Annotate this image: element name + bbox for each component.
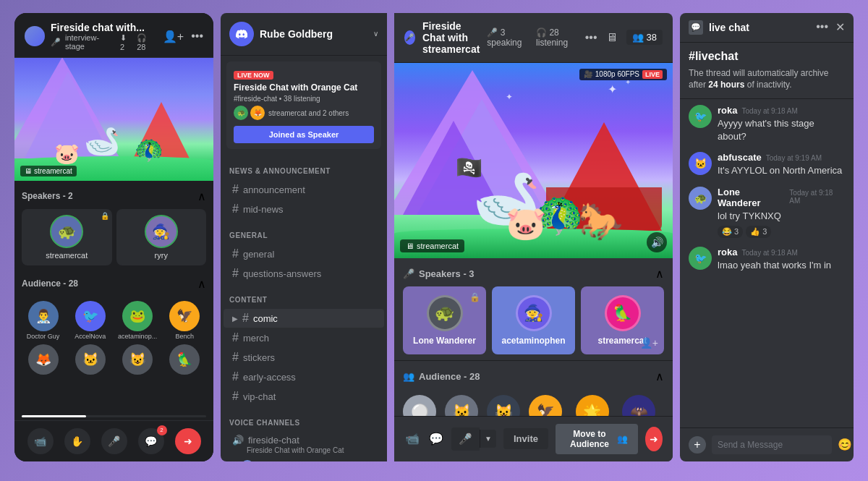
discord-sidebar: Rube Goldberg ∨ LIVE NOW Fireside Chat w… [221,13,387,461]
speaker-card-acetaminophen: 🧙 acetaminophen [492,286,575,354]
audience-berseker: 😺 Berseker [487,395,520,416]
channel-announcement[interactable]: # announcement [224,180,384,199]
more-options-icon[interactable]: ••• [585,31,597,44]
chat-header-icons: ••• ✕ [816,20,845,34]
sidebar-server-header: Rube Goldberg ∨ [221,13,387,56]
chat-input-plus-btn[interactable]: + [689,436,706,454]
video-control-btn[interactable]: 📹 [27,428,54,454]
hand-control-btn[interactable]: ✋ [64,428,90,454]
channel-stickers[interactable]: # stickers [224,348,384,367]
video-bottom-label: 🖥 streamercat [400,239,464,252]
chat-toggle-btn[interactable]: 💬 [428,427,445,451]
game-character-small: 🐷 [54,142,80,166]
mobile-channel-info: 🎤 interview-stage ⬇ 2 🎧 28 [51,33,157,51]
speaking-count: 🎤 3 speaking [487,27,527,48]
leave-stage-btn[interactable]: ➜ [645,427,663,451]
channel-vip-chat[interactable]: # vip-chat [224,387,384,406]
mic-control-btn[interactable]: 🎤 [101,428,127,454]
channel-merch[interactable]: # merch [224,328,384,347]
chat-avatar-roka: 🐦 [689,105,712,128]
speaker-avatar-acetaminophen: 🧙 [516,295,552,331]
audience-member: 👨‍⚕️ Doctor Guy [22,301,64,340]
audience-collapse-icon[interactable]: ∧ [197,277,206,291]
mobile-speaker-card-2: 🧙 ryry [116,209,207,265]
progress-bar [22,415,86,417]
channel-mid-news[interactable]: # mid-news [224,200,384,218]
progress-bar-container [22,415,206,417]
chat-timestamp-lone: Today at 9:18 AM [789,189,845,205]
more-options-icon[interactable]: ••• [191,30,203,43]
expand-icon[interactable]: ∨ [373,30,378,38]
chat-header-icon: 💬 [689,20,703,35]
chat-input-field[interactable] [712,435,832,454]
mobile-speakers-title: Speakers - 2 [22,191,73,201]
speaker-card-streamercat: 🦜 streamercat 👤+ [581,286,664,354]
mobile-speaker-card: 🔒 🐢 streamercat [22,209,112,265]
chat-more-options-icon[interactable]: ••• [816,20,828,34]
reaction-laugh[interactable]: 😂 3 [718,226,743,238]
chat-username-lone: Lone Wanderer [718,187,785,208]
channel-questions[interactable]: # questions-answers [224,264,384,283]
voice-channel-fireside[interactable]: 🔊 fireside-chat Fireside Chat with Orang… [224,432,384,457]
voice-member-lone-wanderer[interactable]: 🐢 Lone Wanderer [221,458,387,461]
audience-section: 👥 Audience - 28 ∧ ⚪ Artemis 🐱 BBDN 😺 Ber… [394,361,673,416]
join-as-speaker-btn[interactable]: Joined as Speaker [234,126,374,143]
audience-member: 🦊 [22,344,64,376]
category-news: NEWS & ANNOUNCEMENT [221,155,387,179]
reaction-row: 😂 3 👍 3 [718,226,845,238]
chat-timestamp: Today at 9:18 AM [741,107,797,115]
speaker-name-lone-wanderer: Lone Wanderer [413,336,476,346]
audience-member: 🐱 [69,344,111,376]
stage-icon: 🎤 [404,30,415,45]
speaker-name: streamercat [46,251,88,260]
invite-btn[interactable]: Invite [503,428,548,449]
speakers-collapse-icon[interactable]: ∧ [655,267,664,281]
audience-member: 🦜 [163,344,206,376]
video-mute-btn[interactable]: 🔊 [647,232,667,252]
chat-close-icon[interactable]: ✕ [835,20,845,34]
chat-message-roka-1: 🐦 roka Today at 9:18 AM Ayyyy what's thi… [689,105,845,143]
discord-main: 🎤 Fireside Chat with streamercat 🎤 3 spe… [394,13,673,461]
screen-share-icon[interactable]: 🖥 [606,31,618,44]
channel-early-access[interactable]: # early-access [224,367,384,386]
move-audience-btn[interactable]: Move to Audience 👥 [556,424,638,454]
chat-panel-title: live chat [709,22,810,33]
reaction-thumbs[interactable]: 👍 3 [746,226,771,238]
mic-main-btn[interactable]: 🎤 [451,427,480,451]
chat-control-btn[interactable]: 💬 2 [138,428,164,454]
server-icon [25,26,45,46]
camera-toggle-btn[interactable]: 📹 [404,427,421,451]
speakers-section: 🎤 Speakers - 3 ∧ 🐢 Lone Wanderer 🔒 🧙 ace… [394,258,673,361]
audience-bbdn: 🐱 BBDN [445,395,478,416]
audience-collapse-icon[interactable]: ∧ [655,370,664,383]
main-character-4: 🐎 [578,200,623,242]
audience-member: 😺 [116,344,159,376]
speaker-action-icon: 👤+ [640,337,658,349]
live-channel: #fireside-chat • 38 listening [234,95,374,103]
main-character-3: 🐷 [506,204,546,242]
audience-member: 🐸 acetaminop... [116,301,159,340]
leave-control-btn[interactable]: ➜ [175,428,201,454]
mobile-audience-title: Audience - 28 [22,278,78,289]
channel-general[interactable]: # general [224,244,384,263]
thread-title: #livechat [689,50,845,63]
live-title: Fireside Chat with Orange Cat [234,82,374,94]
live-others: streamercat and 2 others [268,109,349,117]
game-character-other: 🦚 [135,136,163,163]
mic-btn-group: 🎤 ▼ [451,427,496,451]
discord-header: 🎤 Fireside Chat with streamercat 🎤 3 spe… [394,13,673,63]
channel-comic[interactable]: ▶ # comic [224,309,384,328]
audience-member: 🦅 Bench [163,301,206,340]
chat-timestamp-abfuscate: Today at 9:19 AM [766,154,822,162]
collapse-icon[interactable]: ∧ [197,190,206,203]
mobile-controls: 📹 ✋ 🎤 💬 2 ➜ [14,420,213,461]
add-user-icon[interactable]: 👤+ [163,30,184,43]
mic-chevron-btn[interactable]: ▼ [480,430,496,448]
speaker-lock-icon: 🔒 [101,212,109,220]
audience-casual-grim: 🌟 casual grim... [571,395,613,416]
chat-username: roka [718,105,737,116]
header-meta: 🎤 3 speaking 🎧 28 listening [487,27,577,48]
chat-emoji-btn[interactable]: 😊 [838,438,852,451]
thread-description: The thread will automatically archive af… [689,67,845,92]
live-banner[interactable]: LIVE NOW Fireside Chat with Orange Cat #… [226,61,381,150]
